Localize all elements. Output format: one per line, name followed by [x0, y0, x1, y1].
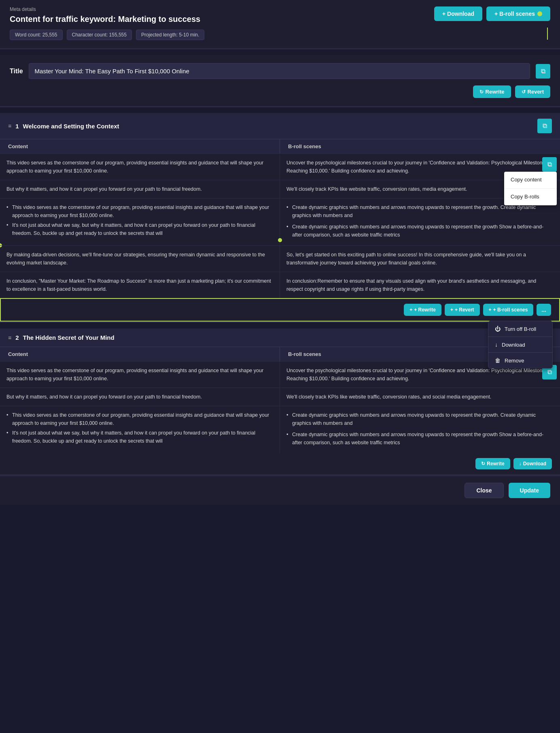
- section-1-number: 1: [15, 123, 19, 130]
- section-1-content-cell-4: By making data-driven decisions, we'll f…: [0, 245, 280, 272]
- section-1-broll-button[interactable]: + + B-roll scenes: [483, 304, 534, 316]
- title-revert-button[interactable]: ↺ Revert: [515, 85, 550, 98]
- list-item: Create dynamic graphics with numbers and…: [286, 430, 554, 447]
- drag-handle-icon-2: ≡: [8, 335, 11, 341]
- section-1-copy-button[interactable]: ⧉: [537, 119, 552, 133]
- section-1-broll-list: Create dynamic graphics with numbers and…: [286, 203, 554, 239]
- trash-icon: 🗑: [495, 357, 501, 364]
- section-1-row-1: This video serves as the cornerstone of …: [0, 153, 560, 180]
- section-1-row-2: But why it matters, and how it can prope…: [0, 180, 560, 198]
- section-1-content-cell-5: In conclusion, "Master Your Market: The …: [0, 272, 280, 298]
- power-icon: ⏻: [495, 326, 501, 332]
- section-1-row-4: By making data-driven decisions, we'll f…: [0, 245, 560, 272]
- content-section-1: ≡ 1 Welcome and Setting the Context ⧉ Co…: [0, 113, 560, 323]
- copy-dropdown: Copy content Copy B-rolls: [504, 172, 557, 205]
- green-dot-broll: [278, 238, 282, 242]
- section-1-broll-col-header: B-roll scenes: [280, 139, 560, 153]
- section-1-content-cell-2: But why it matters, and how it can prope…: [0, 180, 280, 198]
- meta-badges: Word count: 25,555 Character count: 155,…: [10, 30, 550, 40]
- section-1-content-col-header: Content: [0, 139, 280, 153]
- section-2-columns-header: Content B-roll scenes: [0, 347, 560, 361]
- section-1-content-cell-1: This video serves as the cornerstone of …: [0, 153, 280, 180]
- projected-length-badge: Projected length: 5-10 min.: [136, 30, 204, 40]
- section-1-rewrite-button[interactable]: + + Rewrite: [404, 304, 441, 316]
- title-rewrite-button[interactable]: ↻ Rewrite: [473, 85, 511, 98]
- section-1-row-5: In conclusion, "Master Your Market: The …: [0, 272, 560, 298]
- section-2-content-cell-1: This video serves as the cornerstone of …: [0, 361, 280, 388]
- copy-content-item[interactable]: Copy content: [504, 172, 557, 189]
- list-item: This video serves as the cornerstone of …: [6, 203, 273, 219]
- broll-copy-container: ⧉ Copy content Copy B-rolls: [542, 157, 557, 172]
- section-1-actions: + + Rewrite + + Revert + + B-roll scenes…: [0, 298, 560, 322]
- section-2-header-left: ≡ 2 The Hidden Secret of Your Mind: [8, 334, 115, 341]
- char-count-badge: Character count: 155,555: [67, 30, 132, 40]
- drag-handle-icon: ≡: [8, 123, 11, 129]
- section-2-content-cell-2: But why it matters, and how it can prope…: [0, 388, 280, 406]
- section-1-broll-cell-1: Uncover the psychological milestones cru…: [280, 153, 560, 180]
- section-2-actions: ↻ Rewrite ↓ Download: [0, 453, 560, 474]
- section-2-row-2: But why it matters, and how it can prope…: [0, 388, 560, 406]
- title-input[interactable]: [29, 63, 530, 79]
- section-2-header: ≡ 2 The Hidden Secret of Your Mind: [0, 328, 560, 347]
- title-row: Title ⧉: [10, 63, 550, 79]
- list-item: Create dynamic graphics with numbers and…: [286, 203, 554, 219]
- section-1-row-3: This video serves as the cornerstone of …: [0, 198, 560, 245]
- turn-off-broll-item[interactable]: ⏻ Turn off B-roll: [488, 321, 552, 337]
- section-1-broll-cell-4: So, let's get started on this exciting p…: [280, 245, 560, 272]
- title-copy-button[interactable]: ⧉: [536, 64, 550, 79]
- bottom-bar: Close Update: [0, 475, 560, 505]
- section-1-columns-header: Content B-roll scenes: [0, 139, 560, 153]
- list-item: Create dynamic graphics with numbers and…: [286, 223, 554, 239]
- green-dot-indicator: [537, 11, 542, 16]
- update-button[interactable]: Update: [509, 483, 550, 498]
- download-button[interactable]: + Download: [434, 6, 482, 21]
- section-2-content-cell-3: This video serves as the cornerstone of …: [0, 406, 280, 453]
- word-count-badge: Word count: 25,555: [10, 30, 63, 40]
- download-icon: ↓: [495, 341, 498, 348]
- section-2-row-3: This video serves as the cornerstone of …: [0, 406, 560, 453]
- section-1-header-left: ≡ 1 Welcome and Setting the Context: [8, 123, 119, 130]
- section-2-content-col-header: Content: [0, 347, 280, 361]
- broll-copy-button[interactable]: ⧉: [542, 157, 557, 172]
- copy-broll-item[interactable]: Copy B-rolls: [504, 189, 557, 205]
- section-2-broll-cell-2: We'll closely track KPIs like website tr…: [280, 388, 560, 406]
- section-1-header: ≡ 1 Welcome and Setting the Context ⧉: [0, 113, 560, 139]
- connector-line: [547, 28, 548, 40]
- top-right-buttons: + Download + B-roll scenes: [434, 6, 550, 21]
- section-1-content-list: This video serves as the cornerstone of …: [6, 203, 273, 237]
- section-2-rewrite-button[interactable]: ↻ Rewrite: [475, 458, 510, 469]
- title-section: Title ⧉ ↻ Rewrite ↺ Revert: [0, 55, 560, 107]
- broll-button[interactable]: + B-roll scenes: [486, 6, 550, 21]
- section-2-broll-cell-3: Create dynamic graphics with numbers and…: [280, 406, 560, 453]
- section-2-number: 2: [15, 334, 19, 341]
- section-1-title: Welcome and Setting the Context: [23, 123, 119, 130]
- content-section-2: ≡ 2 The Hidden Secret of Your Mind Conte…: [0, 328, 560, 475]
- section-1-revert-button[interactable]: + + Revert: [445, 304, 480, 316]
- section-2-broll-list: Create dynamic graphics with numbers and…: [286, 411, 554, 447]
- remove-item[interactable]: 🗑 Remove: [488, 353, 552, 368]
- list-item: Create dynamic graphics with numbers and…: [286, 411, 554, 427]
- title-label: Title: [10, 68, 23, 75]
- list-item: It's not just about what we say, but why…: [6, 221, 273, 237]
- list-item: It's not just about what we say, but why…: [6, 429, 273, 445]
- section-1-content-cell-3: This video serves as the cornerstone of …: [0, 198, 280, 245]
- section-1-broll-cell-5: In conclusion:Remember to ensure that an…: [280, 272, 560, 298]
- section-2-content-list: This video serves as the cornerstone of …: [6, 411, 273, 445]
- meta-section: Meta details Content for traffic keyword…: [0, 0, 560, 49]
- list-item: This video serves as the cornerstone of …: [6, 411, 273, 427]
- download-item[interactable]: ↓ Download: [488, 337, 552, 353]
- title-actions: ↻ Rewrite ↺ Revert: [10, 85, 550, 98]
- section-1-more-button[interactable]: ...: [537, 304, 551, 316]
- more-dropdown: ⏻ Turn off B-roll ↓ Download 🗑 Remove: [488, 321, 553, 369]
- section-2-title: The Hidden Secret of Your Mind: [23, 334, 115, 341]
- close-button[interactable]: Close: [465, 483, 503, 498]
- section-2-row-1: This video serves as the cornerstone of …: [0, 361, 560, 388]
- section-2-download-button[interactable]: ↓ Download: [513, 458, 552, 469]
